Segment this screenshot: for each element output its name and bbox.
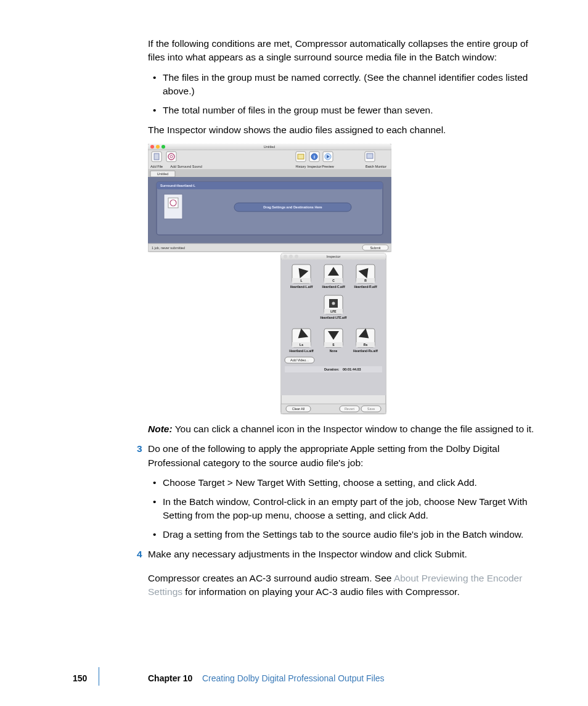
bullet-item: The total number of files in the group m… [148, 104, 542, 117]
bullet-item: In the Batch window, Control-click in an… [148, 495, 542, 523]
svg-point-4 [161, 145, 165, 149]
chapter-title: Creating Dolby Digital Professional Outp… [202, 673, 385, 683]
svg-rect-27 [148, 170, 391, 177]
save-button[interactable]: Save [361, 406, 381, 412]
batch-title: Untitled [264, 145, 276, 149]
bullet-item: Drag a setting from the Settings tab to … [148, 528, 542, 541]
svg-point-60 [332, 302, 335, 305]
closing-para: Compressor creates an AC-3 surround audi… [148, 572, 542, 599]
history-button[interactable]: History [295, 152, 306, 168]
channel-L[interactable]: L Heartland-L.aiff [290, 265, 313, 289]
svg-text:i: i [314, 154, 315, 158]
channel-LFE[interactable]: LFE Heartland-LFE.aiff [320, 295, 346, 319]
step-number: 3 [137, 442, 142, 456]
svg-text:C: C [332, 279, 335, 282]
note-body: You can click a channel icon in the Insp… [173, 424, 534, 434]
submit-button[interactable]: Submit [362, 245, 388, 250]
svg-text:Preview: Preview [322, 165, 334, 168]
svg-rect-25 [367, 154, 373, 158]
revert-button[interactable]: Revert [340, 406, 359, 412]
step-3: 3 Do one of the following to apply the a… [148, 442, 542, 470]
svg-text:Add File: Add File [150, 165, 163, 168]
svg-text:Heartland-LFE.aiff: Heartland-LFE.aiff [320, 316, 346, 319]
svg-text:LFE: LFE [330, 310, 337, 313]
svg-point-39 [284, 255, 287, 258]
svg-text:Save: Save [367, 407, 375, 411]
svg-text:Drag Settings and Destinations: Drag Settings and Destinations Here [263, 205, 322, 209]
batch-window: Untitled Add File Add Surround Sound [148, 144, 391, 252]
svg-text:Revert: Revert [345, 407, 355, 411]
add-video-button[interactable]: Add Video... [285, 357, 314, 363]
svg-rect-31 [168, 198, 178, 208]
figure-batch-and-inspector: Untitled Add File Add Surround Sound [148, 144, 542, 415]
step-3-text: Do one of the following to apply the app… [148, 443, 499, 467]
duration-label: Duration: [324, 367, 340, 371]
channel-R[interactable]: R Heartland-R.aiff [354, 265, 377, 289]
para-inspector-intro: The Inspector window shows the audio fil… [148, 123, 542, 137]
svg-text:Rs: Rs [364, 343, 368, 347]
svg-point-41 [295, 255, 298, 258]
svg-text:Add Video...: Add Video... [290, 358, 309, 362]
svg-text:Clear All: Clear All [292, 407, 304, 411]
svg-text:Heartland-Ls.aiff: Heartland-Ls.aiff [289, 349, 314, 353]
svg-text:Heartland-C.aiff: Heartland-C.aiff [322, 285, 345, 289]
closing-b: for information on playing your AC-3 aud… [182, 586, 460, 597]
svg-text:Heartland-L.aiff: Heartland-L.aiff [290, 285, 313, 289]
page-footer: 150 Chapter 10 Creating Dolby Digital Pr… [0, 672, 588, 697]
svg-text:L: L [300, 279, 302, 282]
page-number: 150 [73, 672, 87, 684]
svg-text:Ls: Ls [300, 343, 303, 347]
channel-Ls[interactable]: Ls Heartland-Ls.aiff [289, 328, 314, 352]
svg-point-3 [156, 145, 160, 149]
svg-text:Inspector: Inspector [308, 165, 322, 168]
svg-rect-14 [298, 154, 304, 159]
svg-text:Untitled: Untitled [157, 172, 169, 176]
footer-divider [99, 667, 99, 686]
note-para: Note: You can click a channel icon in th… [148, 422, 542, 436]
intro-para: If the following conditions are met, Com… [148, 37, 542, 65]
svg-text:Heartland-Rs.aiff: Heartland-Rs.aiff [353, 349, 378, 353]
channel-C[interactable]: C Heartland-C.aiff [322, 265, 345, 289]
svg-point-2 [150, 145, 154, 149]
channel-Rs[interactable]: Rs Heartland-Rs.aiff [353, 328, 378, 352]
step-number: 4 [137, 548, 142, 561]
clear-all-button[interactable]: Clear All [286, 406, 311, 412]
svg-rect-7 [154, 154, 159, 160]
svg-text:Heartland-R.aiff: Heartland-R.aiff [354, 285, 377, 289]
svg-text:History: History [295, 165, 306, 168]
svg-text:R: R [364, 279, 367, 282]
step-4: 4 Make any necessary adjustments in the … [148, 548, 542, 561]
svg-text:Add Surround Sound: Add Surround Sound [170, 165, 202, 168]
bullet-item: The files in the group must be named cor… [148, 71, 542, 99]
svg-point-40 [289, 255, 293, 258]
svg-text:None: None [330, 349, 338, 353]
job-name: Surround-Heartland-L [160, 184, 196, 187]
preview-button[interactable]: Preview [322, 152, 334, 168]
inspector-window: Inspector L Heartland-L.aiff C [281, 253, 386, 414]
inspector-button[interactable]: i Inspector [308, 152, 322, 168]
add-file-button[interactable]: Add File [150, 152, 163, 168]
batch-status: 1 job, never submitted [152, 246, 185, 250]
svg-text:Batch Monitor: Batch Monitor [365, 165, 386, 168]
svg-text:Submit: Submit [370, 245, 381, 249]
note-lead: Note: [148, 424, 173, 434]
step-4-text: Make any necessary adjustments in the In… [148, 549, 467, 559]
duration-value: 00:01:44.03 [343, 367, 361, 371]
closing-a: Compressor creates an AC-3 surround audi… [148, 573, 394, 583]
bullet-item: Choose Target > New Target With Setting,… [148, 476, 542, 490]
inspector-title: Inspector [327, 255, 341, 258]
chapter-label: Chapter 10 [148, 673, 192, 683]
